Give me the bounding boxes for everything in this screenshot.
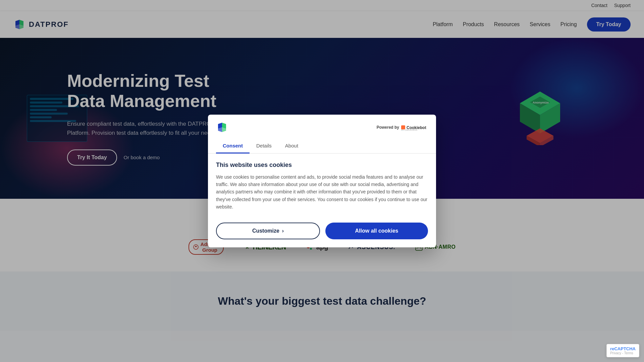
- customize-label: Customize: [252, 228, 279, 234]
- cookie-modal-logo: [216, 121, 228, 133]
- svg-text:by Usercentrics: by Usercentrics: [401, 129, 418, 131]
- tab-consent[interactable]: Consent: [216, 139, 250, 154]
- allow-all-cookies-button[interactable]: Allow all cookies: [325, 223, 428, 239]
- cookie-tabs: Consent Details About: [208, 139, 436, 154]
- tab-details[interactable]: Details: [250, 139, 278, 154]
- modal-header: Powered by Cookiebot by Usercentrics: [208, 115, 436, 133]
- modal-footer: Customize › Allow all cookies: [208, 217, 436, 247]
- cookiebot-badge: Powered by Cookiebot by Usercentrics: [377, 124, 428, 131]
- modal-body: This website uses cookies We use cookies…: [208, 154, 436, 218]
- cookie-modal-overlay[interactable]: Powered by Cookiebot by Usercentrics Con…: [0, 0, 644, 331]
- powered-by-label: Powered by: [377, 125, 399, 130]
- tab-about[interactable]: About: [278, 139, 305, 154]
- modal-body-text: We use cookies to personalise content an…: [216, 173, 428, 211]
- cookiebot-logo-svg: Cookiebot by Usercentrics: [401, 124, 428, 131]
- cookie-modal: Powered by Cookiebot by Usercentrics Con…: [208, 115, 436, 248]
- customize-arrow-icon: ›: [282, 228, 284, 234]
- modal-heading: This website uses cookies: [216, 162, 428, 169]
- customize-button[interactable]: Customize ›: [216, 223, 320, 239]
